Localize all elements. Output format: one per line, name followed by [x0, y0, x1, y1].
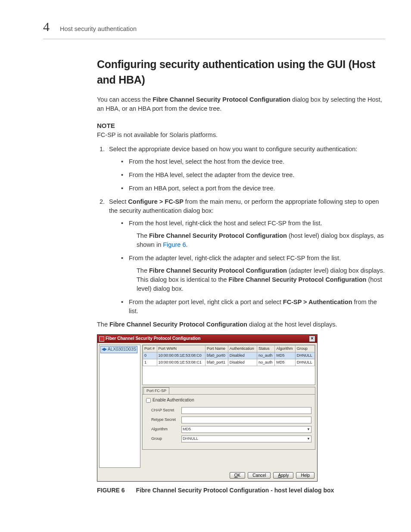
- step1-bullet: From the HBA level, select the adapter f…: [121, 171, 385, 180]
- page-header: 4 Host security authentication: [43, 17, 385, 39]
- fcsp-dialog: Fiber Channel Security Protocol Configur…: [97, 334, 318, 482]
- closing-paragraph: The Fibre Channel Security Protocol Conf…: [97, 320, 385, 329]
- col-alg[interactable]: Algorithm: [275, 345, 295, 352]
- section-title: Configuring security authentication usin…: [97, 56, 385, 88]
- running-head: Host security authentication: [60, 25, 137, 34]
- figure-6-xref[interactable]: Figure 6: [163, 241, 186, 248]
- col-status[interactable]: Status: [257, 345, 275, 352]
- apply-button[interactable]: Apply: [273, 472, 293, 479]
- step-1: Select the appropriate device based on h…: [106, 145, 385, 193]
- col-auth[interactable]: Authentication: [228, 345, 257, 352]
- group-label: Group: [151, 436, 181, 442]
- table-row[interactable]: 010:00:00:05:1E:53:08:C0bfa0_port0Disabl…: [143, 352, 315, 359]
- ok-button[interactable]: OK: [230, 472, 245, 479]
- host-icon: [102, 348, 107, 351]
- note-text: FC-SP is not available for Solaris platf…: [97, 131, 385, 140]
- step-2: Select Configure > FC-SP from the main m…: [106, 197, 385, 316]
- app-icon: [99, 336, 104, 342]
- step2-bullet-host: From the host level, right-click the hos…: [121, 219, 385, 249]
- step1-bullet: From the host level, select the host fro…: [121, 157, 385, 166]
- intro-paragraph: You can access the Fibre Channel Securit…: [97, 95, 385, 113]
- close-icon[interactable]: ×: [309, 336, 315, 342]
- chevron-down-icon: ▼: [307, 436, 310, 442]
- step2-bullet-port: From the adapter port level, right click…: [121, 298, 385, 316]
- algorithm-label: Algorithm: [151, 426, 181, 432]
- tree-node-host[interactable]: ALX0301D03S: [100, 346, 137, 353]
- retype-secret-label: Retype Secret: [151, 417, 181, 423]
- col-group[interactable]: Group: [295, 345, 314, 352]
- step1-bullet: From an HBA port, select a port from the…: [121, 184, 385, 193]
- col-wwn[interactable]: Port WWN: [157, 345, 206, 352]
- chap-secret-input[interactable]: [181, 407, 311, 414]
- table-row[interactable]: 110:00:00:05:1E:53:08:C1bfa0_port1Disabl…: [143, 359, 315, 366]
- figure-caption: FIGURE 6Fibre Channel Security Protocol …: [97, 486, 385, 495]
- col-port[interactable]: Port #: [143, 345, 157, 352]
- group-select[interactable]: DHNULL▼: [181, 436, 311, 442]
- note-label: NOTE: [97, 121, 385, 131]
- cancel-button[interactable]: Cancel: [248, 472, 271, 479]
- dialog-titlebar: Fiber Channel Security Protocol Configur…: [97, 335, 317, 343]
- port-table[interactable]: Port # Port WWN Port Name Authentication…: [142, 345, 315, 385]
- retype-secret-input[interactable]: [181, 417, 311, 423]
- chap-secret-label: CHAP Secret: [151, 408, 181, 413]
- dialog-title: Fiber Channel Security Protocol Configur…: [106, 336, 201, 342]
- enable-auth-label: Enable Authentication: [153, 397, 194, 404]
- tab-port-fcsp[interactable]: Port FC-SP: [143, 387, 169, 394]
- step2-bullet-adapter: From the adapter level, right-click the …: [121, 254, 385, 293]
- col-name[interactable]: Port Name: [206, 345, 228, 352]
- chevron-down-icon: ▼: [307, 427, 310, 432]
- help-button[interactable]: Help: [296, 472, 314, 479]
- device-tree[interactable]: ALX0301D03S: [99, 345, 140, 468]
- enable-auth-checkbox[interactable]: [146, 398, 151, 403]
- chapter-number: 4: [43, 17, 50, 36]
- algorithm-select[interactable]: MD5▼: [181, 426, 311, 433]
